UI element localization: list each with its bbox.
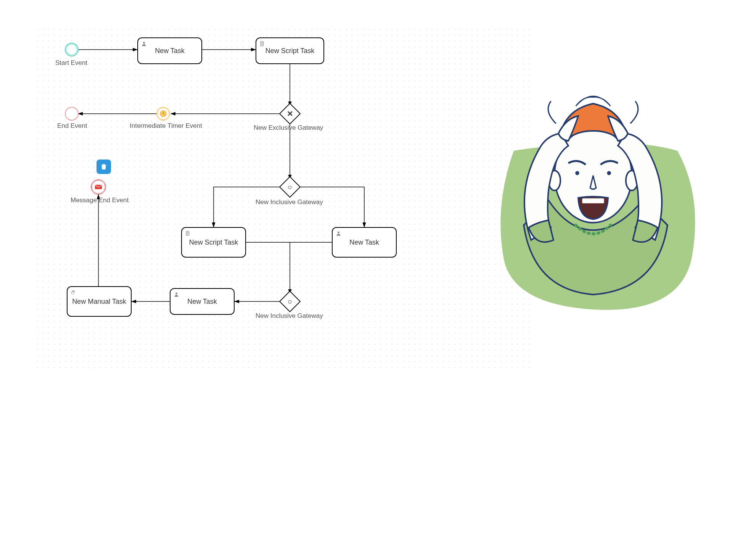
gateway-inclusive-1[interactable]: ○: [282, 179, 298, 195]
svg-point-8: [143, 42, 145, 44]
script-icon: [185, 230, 191, 238]
gateway-inclusive-2[interactable]: ○: [282, 294, 298, 309]
task-new-manual-task[interactable]: New Manual Task: [67, 286, 132, 317]
task-label: New Manual Task: [72, 298, 126, 306]
task-new-script-task-2[interactable]: New Script Task: [181, 227, 246, 258]
svg-rect-10: [95, 185, 102, 189]
task-label: New Task: [187, 298, 217, 306]
gateway-exclusive-label: New Exclusive Gateway: [254, 124, 323, 132]
svg-rect-18: [582, 198, 604, 203]
start-event-label: Start Event: [55, 59, 87, 67]
user-icon: [141, 40, 147, 48]
timer-event-label: Intermediate Timer Event: [130, 122, 202, 130]
svg-point-17: [607, 171, 611, 175]
start-event[interactable]: [65, 43, 79, 56]
trash-icon: [100, 163, 108, 171]
inclusive-icon: ○: [288, 297, 292, 306]
task-label: New Task: [155, 47, 185, 55]
svg-point-12: [175, 293, 177, 295]
delete-button[interactable]: [97, 160, 111, 174]
clock-icon: [159, 110, 167, 118]
bpmn-canvas[interactable]: Start Event New Task New Script Task ✕ N…: [19, 8, 545, 389]
intermediate-timer-event[interactable]: [156, 107, 170, 121]
inclusive-icon: ○: [288, 183, 292, 192]
task-new-task-1[interactable]: New Task: [137, 37, 202, 64]
message-end-event[interactable]: [91, 179, 106, 195]
frustrated-person-illustration: [469, 76, 717, 324]
message-end-event-label: Message End Event: [71, 197, 129, 204]
script-icon: [259, 40, 265, 48]
gateway-exclusive[interactable]: ✕: [282, 106, 298, 121]
task-new-task-2[interactable]: New Task: [332, 227, 397, 258]
svg-point-11: [338, 232, 339, 234]
gateway-inclusive-1-label: New Inclusive Gateway: [256, 198, 323, 206]
gateway-inclusive-2-label: New Inclusive Gateway: [256, 312, 323, 320]
hand-icon: [71, 289, 76, 297]
end-event[interactable]: [65, 107, 79, 121]
end-event-label: End Event: [57, 122, 87, 130]
exclusive-icon: ✕: [287, 109, 293, 118]
task-label: New Script Task: [265, 47, 315, 55]
svg-point-16: [575, 171, 579, 175]
envelope-icon: [95, 184, 102, 190]
task-new-script-task-1[interactable]: New Script Task: [256, 37, 324, 64]
task-label: New Task: [349, 238, 379, 247]
task-new-task-3[interactable]: New Task: [170, 288, 235, 315]
task-label: New Script Task: [189, 238, 238, 247]
user-icon: [336, 230, 341, 238]
user-icon: [174, 291, 179, 299]
